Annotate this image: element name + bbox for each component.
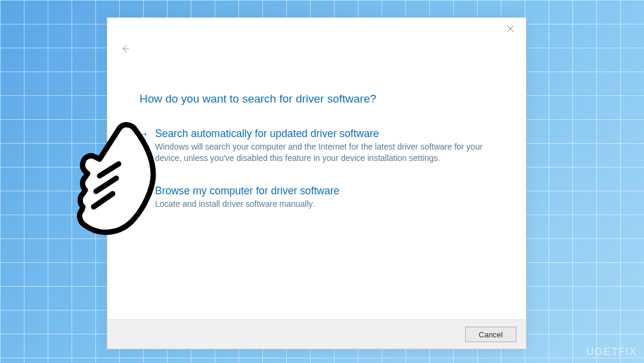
cancel-button[interactable]: Cancel xyxy=(465,327,516,342)
desktop-background: How do you want to search for driver sof… xyxy=(0,0,644,363)
titlebar xyxy=(107,18,526,37)
dialog-heading: How do you want to search for driver sof… xyxy=(140,92,496,106)
option-description: Windows will search your computer and th… xyxy=(155,141,495,164)
update-driver-dialog: How do you want to search for driver sof… xyxy=(107,17,527,349)
option-description: Locate and install driver software manua… xyxy=(155,198,339,210)
back-arrow-icon xyxy=(120,44,130,54)
option-title: Browse my computer for driver software xyxy=(155,184,339,197)
back-button[interactable] xyxy=(120,44,496,57)
option-search-automatic[interactable]: → Search automatically for updated drive… xyxy=(137,127,495,164)
dialog-content: How do you want to search for driver sof… xyxy=(107,37,526,210)
close-button[interactable] xyxy=(503,21,518,36)
arrow-right-icon: → xyxy=(137,127,149,164)
watermark: UGETFIX xyxy=(586,346,637,358)
button-bar: Cancel xyxy=(107,319,526,349)
close-icon xyxy=(507,25,514,32)
arrow-right-icon: → xyxy=(137,184,149,210)
option-title: Search automatically for updated driver … xyxy=(155,127,495,140)
option-browse-manual[interactable]: → Browse my computer for driver software… xyxy=(137,184,495,210)
